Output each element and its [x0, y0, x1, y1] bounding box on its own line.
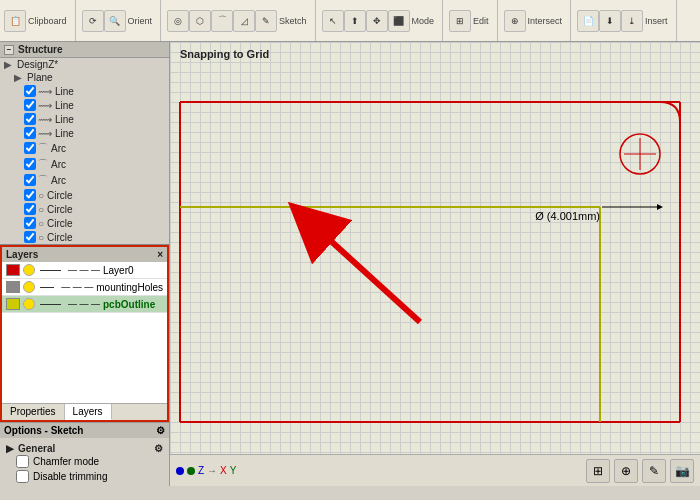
tab-properties[interactable]: Properties — [2, 404, 65, 420]
sketch-btn2[interactable]: ⬡ — [189, 10, 211, 32]
tree-line-3[interactable]: ⟿ Line — [0, 112, 169, 126]
sketch-btn1[interactable]: ◎ — [167, 10, 189, 32]
intersect-group: ⊕ Intersect — [504, 0, 572, 41]
select-button[interactable]: ↖ — [322, 10, 344, 32]
layers-title: Layers — [6, 249, 38, 260]
tree-arc3-label: Arc — [51, 175, 66, 186]
sketch-group: ◎ ⬡ ⌒ ◿ ✎ Sketch — [167, 0, 316, 41]
layers-close-icon[interactable]: × — [157, 249, 163, 260]
layer-row-pcb[interactable]: — — — pcbOutline — [2, 296, 167, 313]
clipboard-label: Clipboard — [28, 16, 67, 26]
tree-circle4-label: Circle — [47, 232, 73, 243]
line4-check[interactable] — [24, 127, 36, 139]
circle2-check[interactable] — [24, 203, 36, 215]
tree-line-4[interactable]: ⟿ Line — [0, 126, 169, 140]
zoom-button[interactable]: 🔍 — [104, 10, 126, 32]
tree-circle-4[interactable]: ○ Circle — [0, 230, 169, 244]
layer-row-0[interactable]: — — — Layer0 — [2, 262, 167, 279]
tree-arc-1[interactable]: ⌒ Arc — [0, 140, 169, 156]
tree-circle-3[interactable]: ○ Circle — [0, 216, 169, 230]
circle1-check[interactable] — [24, 189, 36, 201]
tree-line-1[interactable]: ⟿ Line — [0, 84, 169, 98]
red-arrow-svg — [280, 202, 480, 332]
camera-button[interactable]: 📷 — [670, 459, 694, 483]
tree-circle1-label: Circle — [47, 190, 73, 201]
move-button[interactable]: ✥ — [366, 10, 388, 32]
mounting-color[interactable] — [6, 281, 20, 293]
tree-circle-2[interactable]: ○ Circle — [0, 202, 169, 216]
arc3-check[interactable] — [24, 174, 36, 186]
pcb-eye[interactable] — [23, 298, 35, 310]
grid-toggle-button[interactable]: ⊞ — [586, 459, 610, 483]
project-button[interactable]: ⊕ — [504, 10, 526, 32]
paste-button[interactable]: 📋 — [4, 10, 26, 32]
y-label: Y — [230, 465, 237, 476]
disable-trim-check[interactable] — [16, 470, 29, 483]
circle4-icon: ○ — [38, 232, 44, 243]
sketch-btn5[interactable]: ✎ — [255, 10, 277, 32]
structure-collapse[interactable]: − — [4, 45, 14, 55]
pcb-name: pcbOutline — [103, 299, 163, 310]
sketch-label: Sketch — [279, 16, 307, 26]
arc1-check[interactable] — [24, 142, 36, 154]
tree-line1-label: Line — [55, 86, 74, 97]
edit-group: ⊞ Edit — [449, 0, 498, 41]
layers-panel: Layers × — — — Layer0 — — — mountingHole… — [0, 245, 169, 422]
line1-check[interactable] — [24, 85, 36, 97]
design-icon: ▶ — [4, 59, 12, 70]
pcb-color[interactable] — [6, 298, 20, 310]
layer0-eye[interactable] — [23, 264, 35, 276]
tree-circle-1[interactable]: ○ Circle — [0, 188, 169, 202]
dimension-label: Ø (4.001mm) — [535, 210, 600, 222]
chamfer-check[interactable] — [16, 455, 29, 468]
layers-tabs: Properties Layers — [2, 403, 167, 420]
tree-line-2[interactable]: ⟿ Line — [0, 98, 169, 112]
main-content: − Structure ▶ DesignZ* ▶ Plane ⟿ Line ⟿ … — [0, 42, 700, 486]
tree-arc-3[interactable]: ⌒ Arc — [0, 172, 169, 188]
fill-button[interactable]: ⬛ — [388, 10, 410, 32]
main-toolbar: 📋 Clipboard ⟳ 🔍 Orient ◎ ⬡ ⌒ ◿ ✎ Sketch … — [0, 0, 700, 42]
plane-icon: ▶ — [14, 72, 22, 83]
layer0-dash: — — — — [68, 265, 100, 275]
insert-label: Insert — [645, 16, 668, 26]
arc2-check[interactable] — [24, 158, 36, 170]
sketch-btn4[interactable]: ◿ — [233, 10, 255, 32]
line3-check[interactable] — [24, 113, 36, 125]
general-expand-icon[interactable]: ▶ — [6, 443, 14, 454]
tree-line2-label: Line — [55, 100, 74, 111]
pull-button[interactable]: ⬆ — [344, 10, 366, 32]
structure-title: Structure — [18, 44, 62, 55]
canvas-area[interactable]: Snapping to Grid — [170, 42, 700, 486]
tab-layers[interactable]: Layers — [65, 404, 112, 420]
download-button[interactable]: ⤓ — [621, 10, 643, 32]
import-button[interactable]: ⬇ — [599, 10, 621, 32]
sketch-btn3[interactable]: ⌒ — [211, 10, 233, 32]
clipboard-group: 📋 Clipboard — [4, 0, 76, 41]
layer0-name: Layer0 — [103, 265, 163, 276]
mode-label: Mode — [412, 16, 435, 26]
layers-header: Layers × — [2, 247, 167, 262]
tree-arc-2[interactable]: ⌒ Arc — [0, 156, 169, 172]
layer0-color[interactable] — [6, 264, 20, 276]
chamfer-item: Chamfer mode — [6, 454, 163, 469]
y-axis-dot — [187, 467, 195, 475]
measure-button[interactable]: ✎ — [642, 459, 666, 483]
insert-group: 📄 ⬇ ⤓ Insert — [577, 0, 677, 41]
file-button[interactable]: 📄 — [577, 10, 599, 32]
svg-line-11 — [310, 222, 420, 322]
left-panel: − Structure ▶ DesignZ* ▶ Plane ⟿ Line ⟿ … — [0, 42, 170, 486]
line2-check[interactable] — [24, 99, 36, 111]
options-header: Options - Sketch ⚙ — [0, 423, 169, 438]
options-general: ▶ General ⚙ Chamfer mode Disable trimmin… — [0, 438, 169, 486]
chamfer-label: Chamfer mode — [33, 456, 99, 467]
circle3-check[interactable] — [24, 217, 36, 229]
tree-design[interactable]: ▶ DesignZ* — [0, 58, 169, 71]
snap-button[interactable]: ⊕ — [614, 459, 638, 483]
circle4-check[interactable] — [24, 231, 36, 243]
layer-row-mounting[interactable]: — — — mountingHoles — [2, 279, 167, 296]
rotate-button[interactable]: ⟳ — [82, 10, 104, 32]
orient-group: ⟳ 🔍 Orient — [82, 0, 162, 41]
tree-plane[interactable]: ▶ Plane — [0, 71, 169, 84]
mounting-eye[interactable] — [23, 281, 35, 293]
combine-button[interactable]: ⊞ — [449, 10, 471, 32]
